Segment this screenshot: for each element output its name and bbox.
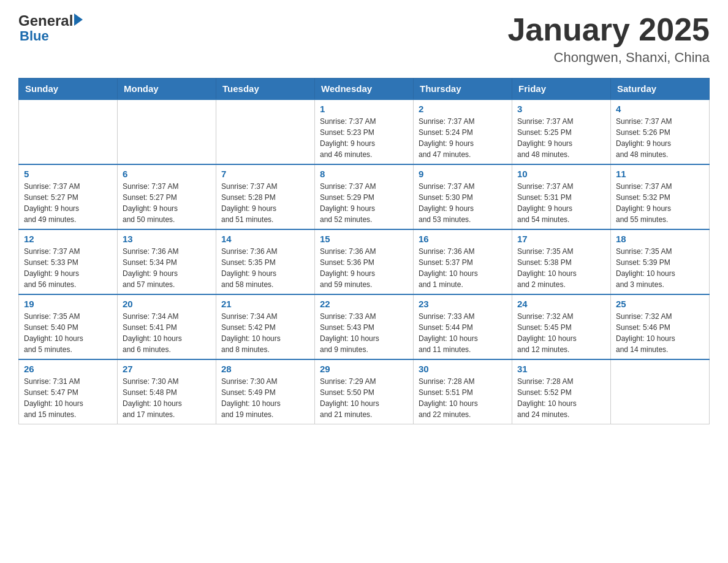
- day-number: 2: [419, 104, 507, 114]
- calendar-cell: 13Sunrise: 7:36 AMSunset: 5:34 PMDayligh…: [118, 229, 216, 294]
- calendar-week-row: 26Sunrise: 7:31 AMSunset: 5:47 PMDayligh…: [19, 359, 710, 424]
- day-number: 24: [517, 299, 605, 309]
- calendar-cell: 10Sunrise: 7:37 AMSunset: 5:31 PMDayligh…: [512, 164, 611, 229]
- day-info: Sunrise: 7:37 AMSunset: 5:28 PMDaylight:…: [221, 181, 309, 225]
- day-number: 25: [616, 299, 704, 309]
- day-info: Sunrise: 7:33 AMSunset: 5:43 PMDaylight:…: [320, 311, 408, 355]
- calendar-cell: [216, 99, 315, 164]
- day-info: Sunrise: 7:37 AMSunset: 5:25 PMDaylight:…: [517, 116, 605, 160]
- logo-general-text: General: [18, 12, 73, 29]
- day-info: Sunrise: 7:37 AMSunset: 5:26 PMDaylight:…: [616, 116, 704, 160]
- calendar-header-monday: Monday: [118, 79, 216, 100]
- calendar-cell: 28Sunrise: 7:30 AMSunset: 5:49 PMDayligh…: [216, 359, 315, 424]
- day-number: 31: [517, 364, 605, 374]
- logo-blue-text: Blue: [20, 29, 49, 43]
- day-info: Sunrise: 7:28 AMSunset: 5:51 PMDaylight:…: [419, 376, 507, 420]
- day-info: Sunrise: 7:35 AMSunset: 5:40 PMDaylight:…: [24, 311, 112, 355]
- day-info: Sunrise: 7:36 AMSunset: 5:34 PMDaylight:…: [123, 246, 211, 290]
- calendar-cell: 14Sunrise: 7:36 AMSunset: 5:35 PMDayligh…: [216, 229, 315, 294]
- calendar-table: SundayMondayTuesdayWednesdayThursdayFrid…: [18, 78, 710, 424]
- day-number: 7: [221, 169, 309, 179]
- calendar-header-wednesday: Wednesday: [315, 79, 414, 100]
- calendar-cell: 12Sunrise: 7:37 AMSunset: 5:33 PMDayligh…: [19, 229, 118, 294]
- day-number: 9: [419, 169, 507, 179]
- calendar-cell: 2Sunrise: 7:37 AMSunset: 5:24 PMDaylight…: [414, 99, 512, 164]
- day-number: 22: [320, 299, 408, 309]
- calendar-cell: 31Sunrise: 7:28 AMSunset: 5:52 PMDayligh…: [512, 359, 611, 424]
- day-info: Sunrise: 7:37 AMSunset: 5:32 PMDaylight:…: [616, 181, 704, 225]
- logo: General Blue: [18, 12, 83, 43]
- calendar-cell: 11Sunrise: 7:37 AMSunset: 5:32 PMDayligh…: [611, 164, 710, 229]
- calendar-cell: 20Sunrise: 7:34 AMSunset: 5:41 PMDayligh…: [118, 294, 216, 359]
- calendar-cell: [19, 99, 118, 164]
- calendar-header-thursday: Thursday: [414, 79, 512, 100]
- day-info: Sunrise: 7:37 AMSunset: 5:30 PMDaylight:…: [419, 181, 507, 225]
- calendar-cell: 7Sunrise: 7:37 AMSunset: 5:28 PMDaylight…: [216, 164, 315, 229]
- day-number: 12: [24, 234, 112, 244]
- calendar-cell: 26Sunrise: 7:31 AMSunset: 5:47 PMDayligh…: [19, 359, 118, 424]
- calendar-header-tuesday: Tuesday: [216, 79, 315, 100]
- calendar-week-row: 19Sunrise: 7:35 AMSunset: 5:40 PMDayligh…: [19, 294, 710, 359]
- day-info: Sunrise: 7:34 AMSunset: 5:42 PMDaylight:…: [221, 311, 309, 355]
- calendar-cell: 3Sunrise: 7:37 AMSunset: 5:25 PMDaylight…: [512, 99, 611, 164]
- calendar-cell: [118, 99, 216, 164]
- day-number: 27: [123, 364, 211, 374]
- day-info: Sunrise: 7:36 AMSunset: 5:36 PMDaylight:…: [320, 246, 408, 290]
- calendar-cell: 23Sunrise: 7:33 AMSunset: 5:44 PMDayligh…: [414, 294, 512, 359]
- day-info: Sunrise: 7:36 AMSunset: 5:37 PMDaylight:…: [419, 246, 507, 290]
- calendar-cell: 16Sunrise: 7:36 AMSunset: 5:37 PMDayligh…: [414, 229, 512, 294]
- day-info: Sunrise: 7:30 AMSunset: 5:48 PMDaylight:…: [123, 376, 211, 420]
- day-number: 3: [517, 104, 605, 114]
- day-number: 21: [221, 299, 309, 309]
- day-info: Sunrise: 7:37 AMSunset: 5:29 PMDaylight:…: [320, 181, 408, 225]
- day-number: 13: [123, 234, 211, 244]
- day-number: 26: [24, 364, 112, 374]
- calendar-cell: 4Sunrise: 7:37 AMSunset: 5:26 PMDaylight…: [611, 99, 710, 164]
- day-number: 14: [221, 234, 309, 244]
- calendar-cell: 29Sunrise: 7:29 AMSunset: 5:50 PMDayligh…: [315, 359, 414, 424]
- day-number: 20: [123, 299, 211, 309]
- calendar-cell: 9Sunrise: 7:37 AMSunset: 5:30 PMDaylight…: [414, 164, 512, 229]
- calendar-cell: 18Sunrise: 7:35 AMSunset: 5:39 PMDayligh…: [611, 229, 710, 294]
- calendar-cell: 27Sunrise: 7:30 AMSunset: 5:48 PMDayligh…: [118, 359, 216, 424]
- calendar-cell: 21Sunrise: 7:34 AMSunset: 5:42 PMDayligh…: [216, 294, 315, 359]
- calendar-cell: 24Sunrise: 7:32 AMSunset: 5:45 PMDayligh…: [512, 294, 611, 359]
- day-info: Sunrise: 7:35 AMSunset: 5:39 PMDaylight:…: [616, 246, 704, 290]
- title-block: January 2025 Chongwen, Shanxi, China: [507, 12, 710, 66]
- day-info: Sunrise: 7:36 AMSunset: 5:35 PMDaylight:…: [221, 246, 309, 290]
- day-number: 6: [123, 169, 211, 179]
- day-info: Sunrise: 7:34 AMSunset: 5:41 PMDaylight:…: [123, 311, 211, 355]
- day-number: 17: [517, 234, 605, 244]
- day-number: 4: [616, 104, 704, 114]
- day-number: 23: [419, 299, 507, 309]
- day-number: 16: [419, 234, 507, 244]
- day-number: 10: [517, 169, 605, 179]
- calendar-week-row: 5Sunrise: 7:37 AMSunset: 5:27 PMDaylight…: [19, 164, 710, 229]
- calendar-cell: 30Sunrise: 7:28 AMSunset: 5:51 PMDayligh…: [414, 359, 512, 424]
- calendar-cell: 22Sunrise: 7:33 AMSunset: 5:43 PMDayligh…: [315, 294, 414, 359]
- day-number: 18: [616, 234, 704, 244]
- calendar-week-row: 12Sunrise: 7:37 AMSunset: 5:33 PMDayligh…: [19, 229, 710, 294]
- day-info: Sunrise: 7:37 AMSunset: 5:31 PMDaylight:…: [517, 181, 605, 225]
- day-number: 1: [320, 104, 408, 114]
- day-info: Sunrise: 7:37 AMSunset: 5:33 PMDaylight:…: [24, 246, 112, 290]
- calendar-header-row: SundayMondayTuesdayWednesdayThursdayFrid…: [19, 79, 710, 100]
- calendar-header-sunday: Sunday: [19, 79, 118, 100]
- day-info: Sunrise: 7:32 AMSunset: 5:45 PMDaylight:…: [517, 311, 605, 355]
- calendar-cell: 5Sunrise: 7:37 AMSunset: 5:27 PMDaylight…: [19, 164, 118, 229]
- day-number: 8: [320, 169, 408, 179]
- day-info: Sunrise: 7:29 AMSunset: 5:50 PMDaylight:…: [320, 376, 408, 420]
- day-info: Sunrise: 7:28 AMSunset: 5:52 PMDaylight:…: [517, 376, 605, 420]
- calendar-week-row: 1Sunrise: 7:37 AMSunset: 5:23 PMDaylight…: [19, 99, 710, 164]
- day-number: 11: [616, 169, 704, 179]
- day-info: Sunrise: 7:37 AMSunset: 5:27 PMDaylight:…: [123, 181, 211, 225]
- day-info: Sunrise: 7:32 AMSunset: 5:46 PMDaylight:…: [616, 311, 704, 355]
- day-number: 5: [24, 169, 112, 179]
- calendar-cell: [611, 359, 710, 424]
- logo-arrow-icon: [74, 13, 83, 26]
- calendar-cell: 6Sunrise: 7:37 AMSunset: 5:27 PMDaylight…: [118, 164, 216, 229]
- day-info: Sunrise: 7:35 AMSunset: 5:38 PMDaylight:…: [517, 246, 605, 290]
- calendar-cell: 19Sunrise: 7:35 AMSunset: 5:40 PMDayligh…: [19, 294, 118, 359]
- location-title: Chongwen, Shanxi, China: [507, 50, 710, 66]
- day-info: Sunrise: 7:37 AMSunset: 5:24 PMDaylight:…: [419, 116, 507, 160]
